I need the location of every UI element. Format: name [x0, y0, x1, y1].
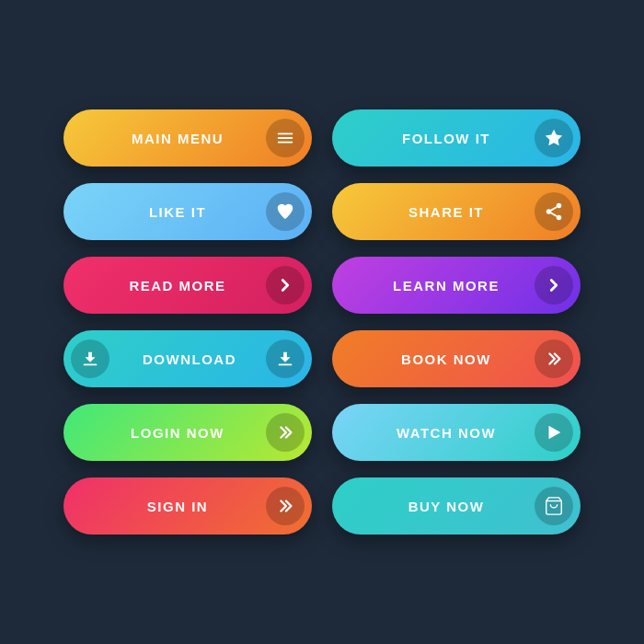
svg-marker-3 [546, 130, 562, 145]
learn-more-label: LEARN MORE [358, 278, 535, 293]
watch-now-button[interactable]: WATCH NOW [332, 404, 581, 461]
menu-icon [266, 119, 305, 157]
learn-more-arrow-icon [535, 266, 573, 305]
share-icon [535, 192, 573, 231]
buy-now-label: BUY NOW [358, 499, 535, 514]
svg-rect-10 [279, 364, 293, 366]
button-grid: MAIN MENU FOLLOW IT LIKE IT SHARE IT REA… [27, 73, 617, 571]
login-now-icon [266, 413, 305, 452]
svg-rect-1 [278, 137, 293, 139]
like-it-button[interactable]: LIKE IT [63, 183, 312, 240]
svg-line-8 [551, 207, 557, 211]
svg-point-4 [557, 203, 562, 209]
follow-it-label: FOLLOW IT [358, 131, 535, 146]
svg-rect-9 [84, 364, 98, 366]
svg-rect-0 [278, 133, 293, 135]
book-now-button[interactable]: BOOK NOW [332, 330, 581, 387]
buy-now-button[interactable]: BUY NOW [332, 477, 581, 535]
login-now-label: LOGIN NOW [89, 425, 266, 441]
star-icon [535, 119, 573, 157]
svg-point-6 [557, 215, 562, 221]
svg-point-5 [546, 209, 552, 214]
sign-in-button[interactable]: SIGN IN [63, 477, 312, 535]
download-label: DOWNLOAD [113, 351, 266, 367]
svg-rect-2 [278, 142, 293, 144]
read-more-button[interactable]: READ MORE [63, 257, 312, 314]
read-more-label: READ MORE [89, 278, 266, 293]
svg-line-7 [551, 213, 557, 216]
download-button[interactable]: DOWNLOAD [63, 330, 312, 387]
heart-icon [266, 192, 305, 231]
login-now-button[interactable]: LOGIN NOW [63, 404, 312, 461]
main-menu-label: MAIN MENU [89, 131, 266, 146]
share-it-label: SHARE IT [358, 204, 535, 220]
download-right-icon [266, 339, 305, 378]
book-now-label: BOOK NOW [358, 351, 535, 367]
sign-in-label: SIGN IN [89, 499, 266, 514]
like-it-label: LIKE IT [89, 204, 266, 220]
follow-it-button[interactable]: FOLLOW IT [332, 109, 581, 167]
book-now-icon [535, 339, 573, 378]
svg-marker-11 [549, 426, 561, 440]
download-left-icon [71, 339, 109, 378]
cart-icon [535, 487, 573, 525]
sign-in-icon [266, 487, 305, 525]
share-it-button[interactable]: SHARE IT [332, 183, 581, 240]
watch-now-label: WATCH NOW [358, 425, 535, 441]
arrow-right-icon [266, 266, 305, 305]
play-icon [535, 413, 573, 452]
main-menu-button[interactable]: MAIN MENU [63, 109, 312, 167]
learn-more-button[interactable]: LEARN MORE [332, 257, 581, 314]
